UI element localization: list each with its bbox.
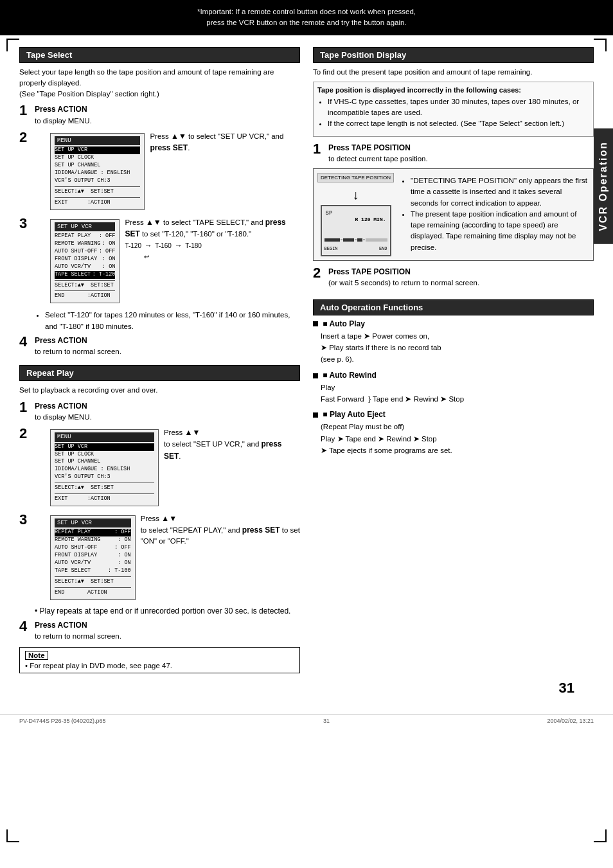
step-number: 1	[19, 400, 31, 414]
repeat-step1: 1 Press ACTION to display MENU.	[19, 400, 300, 423]
screen-row: IDIOMA/LANGUE : ENGLISH	[55, 466, 154, 474]
notice-line1: *Important: If a remote control button d…	[13, 6, 600, 17]
time-display: R 120 MIN.	[355, 217, 386, 222]
tape-select-step1: 1 Press ACTION to display MENU.	[19, 103, 300, 127]
left-column: Tape Select Select your tape length so t…	[19, 47, 300, 674]
tape-screen: SP R 120 MIN.	[321, 205, 391, 256]
screen-title: MENU	[55, 136, 140, 146]
tape-position-intro: To find out the present tape position an…	[313, 67, 594, 78]
auto-operation-header: Auto Operation Functions	[313, 299, 594, 315]
step-content: Press ACTION to display MENU.	[35, 400, 92, 423]
screen-row: AUTO VCR/TV: ON	[55, 560, 131, 567]
screen-row: SET UP CLOCK	[55, 451, 154, 459]
repeat-setup-screen: SET UP VCR REPEAT PLAY: OFF REMOTE WARNI…	[50, 515, 136, 600]
screen-footer2: EXIT :ACTION	[55, 493, 154, 503]
warning-title: Tape position is displayed incorrectly i…	[317, 86, 589, 94]
corner-tr	[594, 39, 607, 51]
step-number: 1	[19, 103, 31, 118]
screen-title: SET UP VCR	[55, 518, 131, 528]
step-content: Press ACTION to return to normal screen.	[35, 335, 121, 358]
tape-pos-step1: 1 Press TAPE POSITION to detect current …	[313, 142, 594, 165]
step-number: 3	[19, 217, 31, 231]
auto-rewind-label: ■ Auto Rewind	[313, 371, 594, 380]
repeat-play-intro: Set to playback a recording over and ove…	[19, 385, 300, 396]
step-number: 1	[313, 142, 324, 156]
page-number: 31	[19, 680, 594, 696]
repeat-bullet: • Play repeats at tape end or if unrecor…	[35, 607, 300, 616]
play-auto-eject-text: (Repeat Play must be off) Play ➤ Tape en…	[321, 421, 594, 456]
warning-box: Tape position is displayed incorrectly i…	[313, 82, 594, 137]
setup-screen: SET UP VCR REPEAT PLAY: OFF REMOTE WARNI…	[50, 219, 120, 304]
footer-center: 31	[323, 718, 330, 724]
screen-row: VCR'S OUTPUT CH:3	[55, 474, 154, 481]
repeat-step3: 3 SET UP VCR REPEAT PLAY: OFF REMOTE WAR…	[19, 513, 300, 603]
screen-row: SET UP CLOCK	[55, 154, 140, 162]
tape-select-step3: 3 SET UP VCR REPEAT PLAY: OFF REMOTE WAR…	[19, 217, 300, 306]
bullet-item: Select "T-120" for tapes 120 minutes or …	[45, 310, 300, 332]
tape-note-1: "DETECTING TAPE POSITION" only appears t…	[411, 175, 589, 209]
screen-row: AUTO SHUT-OFF: OFF	[55, 544, 131, 552]
notice-line2: press the VCR button on the remote and t…	[13, 17, 600, 28]
step-number: 3	[19, 513, 31, 527]
menu-screen: MENU SET UP VCR SET UP CLOCK SET UP CHAN…	[50, 133, 145, 210]
important-notice: *Important: If a remote control button d…	[0, 0, 613, 35]
tape-display-diagram: DETECTING TAPE POSITION ↓ SP R 120 MIN.	[313, 168, 594, 261]
repeat-play-header: Repeat Play	[19, 365, 300, 381]
vcr-operation-sidebar: VCR Operation	[594, 128, 613, 244]
screen-row: FRONT DISPLAY: ON	[55, 256, 115, 263]
detecting-label: DETECTING TAPE POSITION	[317, 173, 394, 182]
screen-row: FRONT DISPLAY: ON	[55, 552, 131, 560]
corner-br	[594, 829, 607, 842]
auto-rewind-text: Play Fast Forward } Tape end ➤ Rewind ➤ …	[321, 382, 594, 405]
screen-row: TAPE SELECT: T-100	[55, 567, 131, 575]
screen-row: REMOTE WARNING: ON	[55, 536, 131, 544]
down-arrow-icon: ↓	[353, 188, 359, 202]
tape-select-intro: Select your tape length so the tape posi…	[19, 67, 300, 100]
step-text: Press ▲▼to select "SET UP VCR," and pres…	[164, 427, 300, 462]
screen-row: AUTO VCR/TV: ON	[55, 263, 115, 271]
auto-play-text: Insert a tape ➤ Power comes on, ➤ Play s…	[321, 330, 594, 366]
step-content: Press ACTION to return to normal screen.	[35, 619, 121, 642]
step-content: Press TAPE POSITION to detect current ta…	[328, 142, 428, 165]
right-column: Tape Position Display To find out the pr…	[313, 47, 594, 674]
black-square-icon	[313, 321, 318, 326]
note-label: Note	[25, 651, 48, 660]
screen-footer2: EXIT :ACTION	[55, 197, 140, 207]
screen-row: AUTO SHUT-OFF: OFF	[55, 248, 115, 256]
screen-footer: SELECT:▲▼ SET:SET	[55, 576, 131, 586]
corner-bl	[6, 829, 19, 842]
screen-row: SET UP CHANNEL	[55, 458, 154, 466]
tape-select-header: Tape Select	[19, 47, 300, 63]
repeat-step2: 2 MENU SET UP VCR SET UP CLOCK SET UP CH…	[19, 427, 300, 509]
play-auto-eject-label: ■ Play Auto Eject	[313, 410, 594, 419]
step-text: Press ▲▼ to select "TAPE SELECT," and pr…	[125, 217, 300, 263]
screen-title: SET UP VCR	[55, 222, 115, 232]
repeat-menu-screen: MENU SET UP VCR SET UP CLOCK SET UP CHAN…	[50, 429, 159, 506]
screen-footer: SELECT:▲▼ SET:SET	[55, 483, 154, 492]
screen-row: REPEAT PLAY: OFF	[55, 233, 115, 240]
tape-position-notes: "DETECTING TAPE POSITION" only appears t…	[400, 173, 589, 256]
tape-note-2: The present tape position indication and…	[411, 209, 589, 253]
page-footer: PV-D4744S P26-35 (040202).p65 31 2004/02…	[0, 714, 613, 727]
tape-select-step4: 4 Press ACTION to return to normal scree…	[19, 335, 300, 358]
main-content: Tape Select Select your tape length so t…	[0, 35, 613, 710]
screen-row-highlighted: REPEAT PLAY: OFF	[55, 529, 131, 536]
tape-select-bullet: Select "T-120" for tapes 120 minutes or …	[35, 310, 300, 332]
warning-bullet-2: If the correct tape length is not select…	[328, 118, 589, 129]
step-number: 2	[19, 130, 31, 145]
step-number: 4	[19, 619, 31, 633]
step-content: Press ACTION to display MENU.	[35, 103, 92, 127]
warning-bullets: If VHS-C type cassettes, tapes under 30 …	[317, 96, 589, 130]
tape-pos-step2: 2 Press TAPE POSITION (or wait 5 seconds…	[313, 266, 594, 289]
step-text: Press ▲▼ to select "SET UP VCR," and pre…	[150, 130, 300, 154]
screen-footer2: END ACTION	[55, 587, 131, 597]
screen-row: REMOTE WARNING: ON	[55, 240, 115, 248]
auto-play-label: ■ Auto Play	[313, 319, 594, 328]
tape-select-step2: 2 MENU SET UP VCR SET UP CLOCK SET UP CH…	[19, 130, 300, 213]
corner-tl	[6, 39, 19, 51]
step-number: 2	[313, 266, 324, 280]
footer-right: 2004/02/02, 13:21	[547, 718, 594, 724]
black-square-icon	[313, 373, 318, 378]
tape-labels: BEGIN END	[324, 246, 387, 251]
footer-left: PV-D4744S P26-35 (040202).p65	[19, 718, 106, 724]
